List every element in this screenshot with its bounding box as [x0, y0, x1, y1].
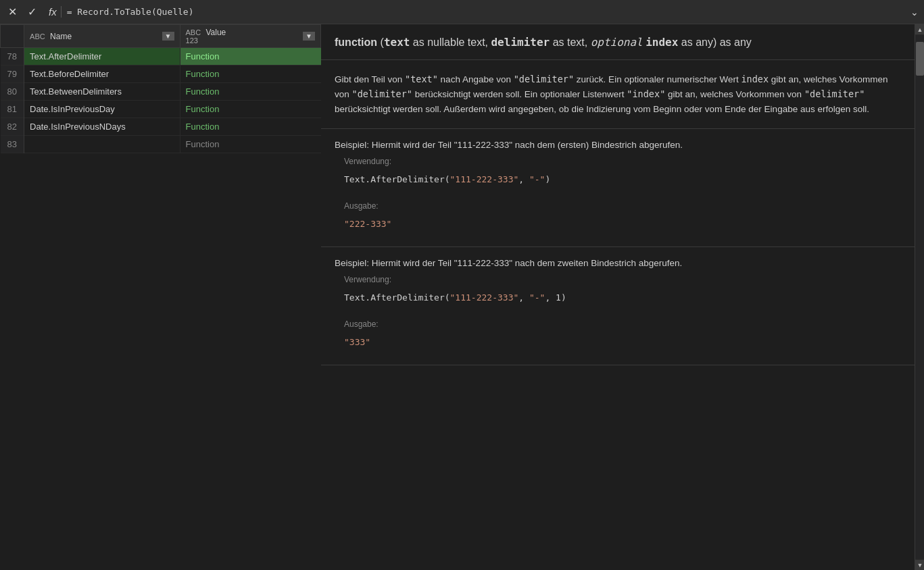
example2-title: Beispiel: Hiermit wird der Teil "111-222… [335, 258, 901, 268]
desc-text-6: gibt an, welches Vorkommen von [665, 89, 804, 99]
formula-bar-chevron-icon[interactable]: ⌄ [910, 7, 919, 18]
desc-code-delimiter2: "delimiter" [352, 88, 412, 99]
row-name-83 [24, 136, 180, 153]
th-value[interactable]: ABC123 Value ▼ [180, 25, 320, 48]
example1-section: Beispiel: Hiermit wird der Teil "111-222… [321, 129, 915, 247]
example2-ausgabe-label: Ausgabe: [344, 319, 901, 329]
row-num-78: 78 [1, 48, 24, 66]
row-value-81: Function [180, 101, 320, 118]
formula-bar: ✕ ✓ fx ⌄ [0, 0, 924, 24]
example2-output: "333" [335, 332, 901, 353]
desc-code-delimiter3: "delimiter" [804, 88, 865, 99]
row-name-79: Text.BeforeDelimiter [24, 66, 180, 83]
table-row[interactable]: 82 Date.IsInPreviousNDays Function [1, 118, 321, 136]
example2-section: Beispiel: Hiermit wird der Teil "111-222… [321, 247, 915, 365]
scroll-thumb [916, 42, 924, 76]
th-row-num [1, 25, 24, 48]
example1-ausgabe-label: Ausgabe: [344, 201, 901, 211]
row-value-83: Function [180, 136, 320, 153]
desc-code-index: index [741, 74, 769, 84]
row-num-81: 81 [1, 101, 24, 118]
th-value-label: Value [205, 28, 226, 37]
formula-input[interactable] [67, 7, 905, 17]
description-section: Gibt den Teil von "text" nach Angabe von… [321, 60, 915, 129]
example1-comma: , [518, 174, 529, 184]
desc-code-delimiter: "delimiter" [514, 74, 574, 84]
row-name-80: Text.BetweenDelimiters [24, 83, 180, 101]
example1-close: ) [545, 174, 550, 184]
example2-rest: , 1) [545, 292, 566, 303]
example1-output: "222-333" [335, 213, 901, 235]
example2-comma: , [518, 292, 529, 303]
desc-code-text: "text" [405, 74, 438, 84]
desc-text-7: berücksichtigt werden soll. Außerdem wir… [335, 104, 869, 114]
table-row[interactable]: 81 Date.IsInPreviousDay Function [1, 101, 321, 118]
scroll-up-btn[interactable]: ▲ [915, 24, 924, 35]
value-col-type-icon: ABC123 [186, 28, 201, 45]
sig-param-index: index [646, 36, 678, 49]
desc-text-3: zurück. Ein optionaler numerischer Wert [574, 74, 741, 84]
desc-text-5: berücksichtigt werden soll. Ein optional… [412, 89, 627, 99]
row-num-83: 83 [1, 136, 24, 153]
sig-param-delimiter: delimiter [491, 36, 550, 49]
row-name-81: Date.IsInPreviousDay [24, 101, 180, 118]
table-section: ABC Name ▼ ABC123 Value ▼ [0, 24, 321, 570]
close-icon[interactable]: ✕ [5, 4, 20, 20]
row-num-82: 82 [1, 118, 24, 136]
row-value-79: Function [180, 66, 320, 83]
row-name-78: Text.AfterDelimiter [24, 48, 180, 66]
function-signature-section: function (text as nullable text, delimit… [321, 24, 915, 60]
table-row[interactable]: 83 Function [1, 136, 321, 153]
sig-param-optional: optional [591, 36, 643, 49]
table-header-row: ABC Name ▼ ABC123 Value ▼ [1, 25, 321, 48]
example1-func-name: Text.AfterDelimiter( [344, 174, 450, 184]
example1-code-block: Text.AfterDelimiter("111-222-333", "-") [335, 169, 901, 190]
data-table: ABC Name ▼ ABC123 Value ▼ [0, 24, 321, 153]
row-value-80: Function [180, 83, 320, 101]
example2-code-block: Text.AfterDelimiter("111-222-333", "-", … [335, 287, 901, 309]
desc-text-1: Gibt den Teil von [335, 74, 405, 84]
main-body: ABC Name ▼ ABC123 Value ▼ [0, 24, 924, 570]
desc-code-index2: "index" [627, 88, 665, 99]
fx-label: fx [45, 6, 62, 18]
doc-panel: function (text as nullable text, delimit… [321, 24, 915, 570]
row-value-78: Function [180, 48, 320, 66]
table-row[interactable]: 78 Text.AfterDelimiter Function [1, 48, 321, 66]
th-name[interactable]: ABC Name ▼ [24, 25, 180, 48]
example1-verwendung-label: Verwendung: [344, 157, 901, 166]
row-num-80: 80 [1, 83, 24, 101]
example2-output-value: "333" [344, 337, 370, 347]
check-icon[interactable]: ✓ [25, 4, 39, 20]
name-col-type-icon: ABC [30, 32, 45, 41]
row-name-82: Date.IsInPreviousNDays [24, 118, 180, 136]
value-col-dropdown-btn[interactable]: ▼ [303, 32, 315, 41]
row-num-79: 79 [1, 66, 24, 83]
th-name-label: Name [50, 32, 72, 41]
table-row[interactable]: 79 Text.BeforeDelimiter Function [1, 66, 321, 83]
table-row[interactable]: 80 Text.BetweenDelimiters Function [1, 83, 321, 101]
example2-verwendung-label: Verwendung: [344, 275, 901, 284]
right-scrollbar: ▲ ▼ [915, 24, 924, 570]
example2-arg2: "-" [529, 292, 545, 303]
example2-arg1: "111-222-333" [450, 292, 519, 303]
example1-title: Beispiel: Hiermit wird der Teil "111-222… [335, 140, 901, 150]
example1-output-value: "222-333" [344, 219, 391, 229]
row-value-82: Function [180, 118, 320, 136]
scroll-track[interactable] [915, 35, 924, 559]
name-col-dropdown-btn[interactable]: ▼ [162, 32, 174, 41]
sig-function-keyword: function [335, 36, 377, 48]
function-signature-text: function (text as nullable text, delimit… [335, 35, 901, 50]
example1-arg2: "-" [529, 174, 545, 184]
example1-arg1: "111-222-333" [450, 174, 519, 184]
sig-param-text: text [384, 36, 410, 49]
example2-func-name: Text.AfterDelimiter( [344, 292, 450, 303]
desc-text-2: nach Angabe von [438, 74, 514, 84]
scroll-down-btn[interactable]: ▼ [915, 559, 924, 570]
